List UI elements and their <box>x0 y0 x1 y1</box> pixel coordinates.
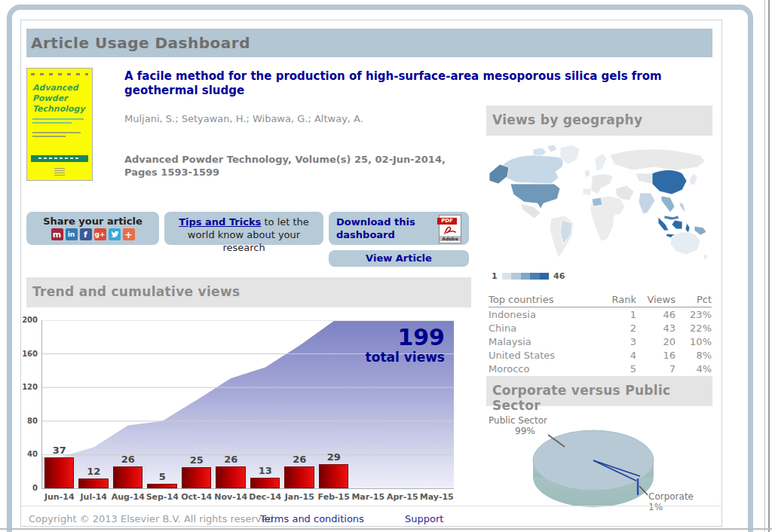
cover-subtitle-line <box>32 118 84 120</box>
trend-section-title: Trend and cumulative views <box>32 284 240 299</box>
top-countries-row: China24322% <box>489 321 712 335</box>
cover-text-line <box>32 136 66 137</box>
map-country-morocco <box>592 197 602 206</box>
addthis-icon[interactable]: + <box>123 228 135 240</box>
pdf-swirl-glyph <box>443 225 457 235</box>
cover-text-line <box>32 132 81 133</box>
cell-views: 16 <box>636 350 676 361</box>
x-tick-label: Apr-15 <box>385 492 420 502</box>
x-tick-label: Oct-14 <box>179 492 214 502</box>
mendeley-icon[interactable]: m <box>51 228 63 240</box>
x-tick-label: Jul-14 <box>77 492 112 502</box>
twitter-icon[interactable] <box>109 228 121 240</box>
cover-url-bar <box>31 155 88 162</box>
map-country-russia <box>610 149 705 170</box>
window-right-edge <box>764 0 765 532</box>
cell-rank: 5 <box>602 363 636 375</box>
y-tick-label: 120 <box>14 383 38 391</box>
map-country-united-states <box>510 184 560 209</box>
cover-footer-mark <box>54 168 65 176</box>
article-authors: Muljani, S.; Setyawan, H.; Wibawa, G.; A… <box>124 113 363 124</box>
top-countries-rows: Indonesia14623%China24322%Malaysia32010%… <box>489 307 712 375</box>
dashboard-header-band: Article Usage Dashboard <box>26 29 712 57</box>
y-tick-label: 160 <box>14 350 38 358</box>
cell-name: Indonesia <box>489 309 602 320</box>
map-country-brazil <box>560 220 572 244</box>
trend-bar-sep-14 <box>147 484 177 488</box>
bar-value-label: 26 <box>283 454 317 465</box>
trend-bar-jan-15 <box>284 466 314 488</box>
cell-name: Morocco <box>489 363 602 375</box>
y-tick-label: 80 <box>14 417 38 425</box>
trend-bar-nov-14 <box>216 466 246 488</box>
page-title: Article Usage Dashboard <box>31 34 250 52</box>
top-countries-row: United States4168% <box>489 348 712 362</box>
public-sector-label: Public Sector <box>489 415 547 426</box>
cell-rank: 2 <box>602 323 636 334</box>
cover-journal-title: Advanced Powder Technology <box>32 83 88 115</box>
trend-bar-dec-14 <box>250 478 280 488</box>
cell-pct: 10% <box>676 336 712 347</box>
cell-pct: 8% <box>676 350 712 361</box>
total-views-label: total views <box>324 350 445 365</box>
map-country-canada <box>500 155 563 184</box>
sector-section-band: Corporate versus Public Sector <box>486 376 712 406</box>
googleplus-icon[interactable]: g+ <box>94 228 106 240</box>
x-tick-label: Feb-15 <box>317 492 351 502</box>
col-header-rank: Rank <box>602 294 636 305</box>
col-header-top-countries: Top countries <box>489 294 602 305</box>
copyright-text: Copyright © 2013 Elsevier B.V. All right… <box>29 513 277 524</box>
geography-section-band: Views by geography <box>486 105 712 136</box>
map-legend-max: 46 <box>553 271 565 281</box>
linkedin-icon[interactable]: in <box>66 228 78 240</box>
cell-rank: 3 <box>602 336 636 347</box>
map-legend-min: 1 <box>492 271 498 281</box>
facebook-icon[interactable]: f <box>80 228 92 240</box>
view-article-button[interactable]: View Article <box>329 250 469 267</box>
pdf-icon: PDF Adobe <box>439 215 461 243</box>
pdf-badge: PDF <box>437 218 457 225</box>
cell-name: Malaysia <box>489 336 602 347</box>
map-region-europe <box>590 174 613 194</box>
article-source-line1: Advanced Powder Technology, Volume(s) 25… <box>124 154 446 165</box>
cover-top-decoration <box>31 73 88 75</box>
trend-bar-feb-15 <box>319 464 349 488</box>
map-country-china <box>652 170 687 195</box>
download-dashboard-button[interactable]: Download this dashboard PDF Adobe <box>329 212 469 245</box>
window-right-edge-outer <box>768 0 770 532</box>
share-icons-row: minfg++ <box>26 228 159 240</box>
cell-pct: 23% <box>676 309 712 320</box>
bar-value-label: 26 <box>111 454 146 465</box>
footer-separator <box>21 506 721 506</box>
cell-rank: 4 <box>602 350 636 361</box>
bar-value-label: 13 <box>248 465 283 476</box>
map-country-australia <box>670 232 700 255</box>
corporate-label: Corporate <box>648 491 694 502</box>
x-tick-label: Dec-14 <box>248 492 283 502</box>
terms-and-conditions-link[interactable]: Terms and conditions <box>260 513 364 524</box>
cell-rank: 1 <box>602 309 636 320</box>
bar-value-label: 37 <box>42 445 77 456</box>
article-source-line2: Pages 1593-1599 <box>124 167 219 178</box>
col-header-views: Views <box>636 294 676 305</box>
tips-and-tricks-link[interactable]: Tips and Tricks <box>179 216 261 228</box>
cell-pct: 22% <box>676 323 712 334</box>
x-tick-label: Jan-15 <box>283 492 317 502</box>
support-link[interactable]: Support <box>405 513 443 524</box>
top-countries-header-row: Top countries Rank Views Pct <box>489 294 712 307</box>
bar-value-label: 5 <box>146 471 180 482</box>
cell-views: 20 <box>636 336 676 347</box>
article-title: A facile method for the production of hi… <box>124 69 714 98</box>
cell-name: China <box>489 323 602 334</box>
public-sector-pct: 99% <box>515 426 535 436</box>
map-legend-gradient <box>502 273 549 280</box>
bar-value-label: 29 <box>317 451 351 463</box>
geography-section-title: Views by geography <box>492 112 642 127</box>
trend-bar-jun-14 <box>44 457 75 488</box>
world-map <box>488 140 712 268</box>
x-tick-label: Aug-14 <box>111 492 146 502</box>
total-views-value: 199 <box>324 326 445 350</box>
cell-views: 46 <box>636 309 676 320</box>
y-tick-label: 40 <box>14 450 38 458</box>
trend-bar-jul-14 <box>78 478 109 488</box>
